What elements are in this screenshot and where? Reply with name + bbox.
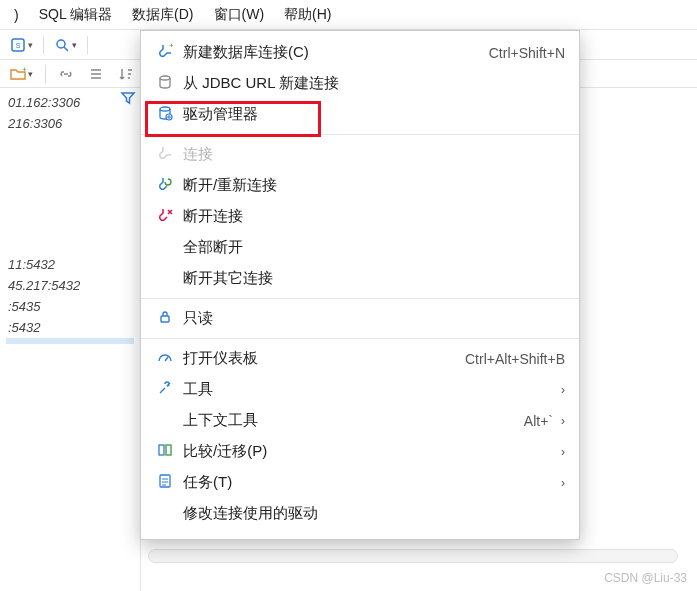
menu-label: 断开/重新连接 (177, 176, 565, 195)
menu-label: 工具 (177, 380, 553, 399)
tree-gap (6, 134, 134, 174)
toolbar-folder-button[interactable]: + ▾ (6, 64, 37, 84)
menu-new-connection[interactable]: + 新建数据库连接(C) Ctrl+Shift+N (141, 37, 579, 68)
sql-icon: S (10, 37, 26, 53)
tree-gap (6, 214, 134, 254)
toolbar-separator (87, 36, 88, 54)
menubar: ) SQL 编辑器 数据库(D) 窗口(W) 帮助(H) (0, 0, 697, 30)
menu-change-driver[interactable]: 修改连接使用的驱动 (141, 498, 579, 529)
search-icon (54, 37, 70, 53)
tree-item[interactable]: 216:3306 (6, 113, 134, 134)
menu-label: 全部断开 (177, 238, 565, 257)
chevron-right-icon: › (553, 476, 565, 490)
menu-separator (141, 298, 579, 299)
toolbar-separator (43, 36, 44, 54)
menu-reconnect[interactable]: 断开/重新连接 (141, 170, 579, 201)
menu-shortcut: Alt+` (524, 413, 553, 429)
plug-x-icon (153, 207, 177, 226)
tree-item-selected[interactable] (6, 338, 134, 344)
menu-disconnect[interactable]: 断开连接 (141, 201, 579, 232)
menu-label: 断开连接 (177, 207, 565, 226)
menu-item-database[interactable]: 数据库(D) (122, 2, 203, 28)
menu-tools[interactable]: 工具 › (141, 374, 579, 405)
driver-icon (153, 105, 177, 124)
menu-label: 修改连接使用的驱动 (177, 504, 565, 523)
watermark: CSDN @Liu-33 (604, 571, 687, 585)
horizontal-scrollbar[interactable] (148, 549, 678, 563)
menu-label: 从 JDBC URL 新建连接 (177, 74, 565, 93)
svg-rect-11 (159, 445, 164, 455)
gauge-icon (153, 349, 177, 368)
toolbar-sort-button[interactable] (114, 64, 138, 84)
database-icon (153, 74, 177, 93)
menu-disconnect-all[interactable]: 全部断开 (141, 232, 579, 263)
menu-label: 比较/迁移(P) (177, 442, 553, 461)
toolbar-collapse-button[interactable] (84, 64, 108, 84)
svg-point-6 (160, 76, 170, 80)
chevron-down-icon: ▾ (28, 69, 33, 79)
sort-icon (118, 66, 134, 82)
toolbar-sql-button[interactable]: S ▾ (6, 35, 37, 55)
toolbar-separator (45, 65, 46, 83)
menu-item-help[interactable]: 帮助(H) (274, 2, 341, 28)
menu-item-sql-editor[interactable]: SQL 编辑器 (29, 2, 122, 28)
lock-icon (153, 309, 177, 328)
connection-tree: 01.162:3306 216:3306 11:5432 45.217:5432… (0, 88, 140, 591)
tools-icon (153, 380, 177, 399)
menu-tasks[interactable]: 任务(T) › (141, 467, 579, 498)
menu-label: 连接 (177, 145, 565, 164)
chevron-down-icon: ▾ (72, 40, 77, 50)
menu-context-tools[interactable]: 上下文工具 Alt+` › (141, 405, 579, 436)
menu-shortcut: Ctrl+Alt+Shift+B (465, 351, 565, 367)
tree-item[interactable]: 01.162:3306 (6, 92, 134, 113)
toolbar-search-button[interactable]: ▾ (50, 35, 81, 55)
menu-item-trailing[interactable]: ) (4, 3, 29, 27)
svg-point-2 (57, 40, 65, 48)
database-menu-dropdown: + 新建数据库连接(C) Ctrl+Shift+N 从 JDBC URL 新建连… (140, 30, 580, 540)
toolbar-link-button[interactable] (54, 64, 78, 84)
plug-plus-icon: + (153, 43, 177, 62)
chevron-right-icon: › (553, 445, 565, 459)
plug-icon (153, 145, 177, 164)
plug-refresh-icon (153, 176, 177, 195)
menu-separator (141, 134, 579, 135)
filter-icon[interactable] (120, 90, 136, 109)
link-icon (58, 66, 74, 82)
chevron-right-icon: › (553, 414, 565, 428)
menu-label: 打开仪表板 (177, 349, 465, 368)
menu-label: 新建数据库连接(C) (177, 43, 489, 62)
svg-rect-12 (166, 445, 171, 455)
menu-new-jdbc[interactable]: 从 JDBC URL 新建连接 (141, 68, 579, 99)
svg-text:+: + (169, 43, 173, 50)
tree-item[interactable]: :5435 (6, 296, 134, 317)
svg-line-3 (64, 47, 68, 51)
tree-item[interactable]: 11:5432 (6, 254, 134, 275)
tasks-icon (153, 473, 177, 492)
menu-label: 断开其它连接 (177, 269, 565, 288)
tree-gap (6, 174, 134, 214)
folder-plus-icon: + (10, 66, 26, 82)
chevron-down-icon: ▾ (28, 40, 33, 50)
menu-dashboard[interactable]: 打开仪表板 Ctrl+Alt+Shift+B (141, 343, 579, 374)
compare-icon (153, 442, 177, 461)
menu-label: 任务(T) (177, 473, 553, 492)
svg-text:S: S (16, 42, 21, 49)
menu-driver-manager[interactable]: 驱动管理器 (141, 99, 579, 130)
svg-text:+: + (22, 66, 26, 74)
menu-connect: 连接 (141, 139, 579, 170)
tree-item[interactable]: 45.217:5432 (6, 275, 134, 296)
menu-label: 只读 (177, 309, 565, 328)
menu-readonly[interactable]: 只读 (141, 303, 579, 334)
menu-separator (141, 338, 579, 339)
collapse-icon (88, 66, 104, 82)
tree-item[interactable]: :5432 (6, 317, 134, 338)
menu-compare[interactable]: 比较/迁移(P) › (141, 436, 579, 467)
svg-line-10 (165, 357, 168, 361)
menu-shortcut: Ctrl+Shift+N (489, 45, 565, 61)
svg-point-7 (160, 107, 170, 111)
menu-disconnect-others[interactable]: 断开其它连接 (141, 263, 579, 294)
svg-rect-9 (161, 316, 169, 322)
menu-label: 上下文工具 (177, 411, 524, 430)
menu-item-window[interactable]: 窗口(W) (204, 2, 275, 28)
chevron-right-icon: › (553, 383, 565, 397)
